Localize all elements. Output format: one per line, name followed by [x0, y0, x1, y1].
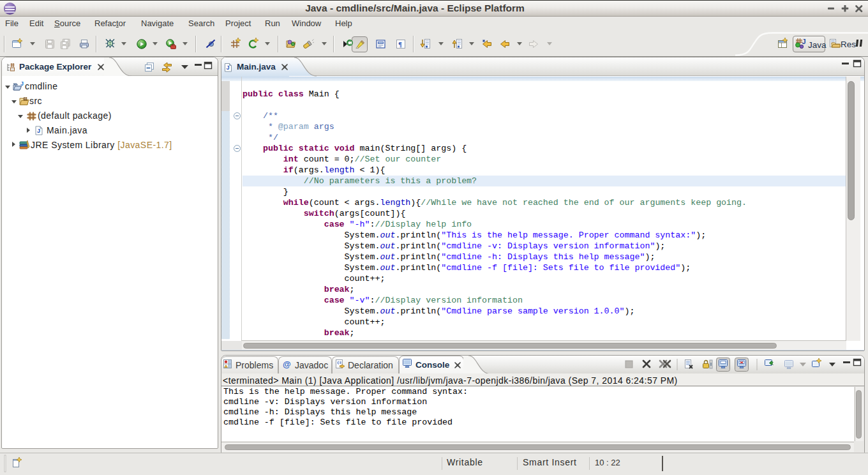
svg-text:@: @	[283, 359, 291, 369]
svg-text:Res: Res	[841, 40, 856, 49]
svg-text:J: J	[227, 64, 230, 71]
svg-text:J: J	[802, 38, 806, 45]
svg-text:¶: ¶	[398, 40, 402, 48]
svg-text:Java: Java	[808, 40, 827, 50]
